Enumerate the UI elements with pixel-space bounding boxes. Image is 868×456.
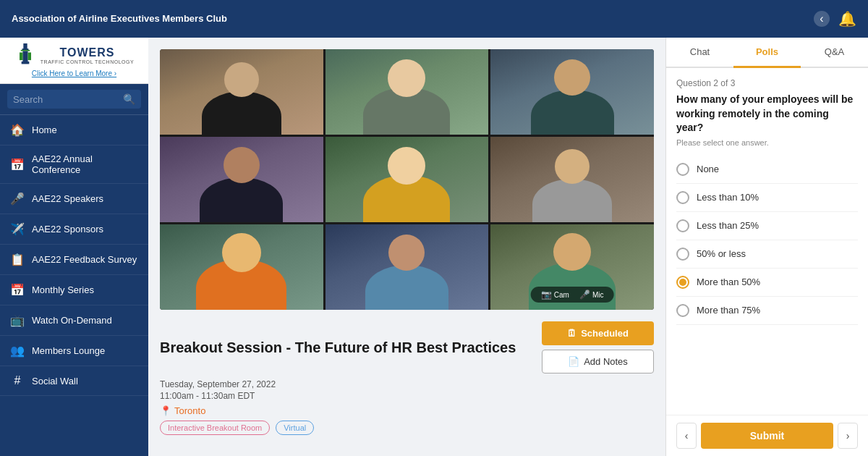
svg-rect-6 — [27, 52, 30, 60]
sidebar-item-annual-conf[interactable]: 📅 AAE22 Annual Conference — [0, 145, 148, 184]
sidebar-item-label: Members Lounge — [32, 345, 105, 356]
people-icon: 👥 — [10, 344, 25, 358]
sponsor-brand: TOWERS TRAFFIC CONTROL TECHNOLOGY — [41, 46, 134, 64]
sidebar-item-watch-on-demand[interactable]: 📺 Watch On-Demand — [0, 305, 148, 336]
sidebar-item-label: AAE22 Annual Conference — [32, 153, 138, 175]
content-area: 📷 Cam 🎤 Mic Breakout Session - The Futur… — [148, 38, 665, 456]
sidebar-item-label: Home — [32, 124, 57, 135]
tv-icon: 📺 — [10, 313, 25, 327]
radio-lt25 — [676, 219, 689, 232]
sidebar-item-speakers[interactable]: 🎤 AAE22 Speakers — [0, 184, 148, 214]
video-cell-4 — [160, 137, 323, 222]
prev-question-button[interactable]: ‹ — [676, 423, 697, 449]
video-cell-7 — [160, 224, 323, 310]
sponsor-banner: TOWERS TRAFFIC CONTROL TECHNOLOGY Click … — [0, 38, 148, 84]
main-layout: TOWERS TRAFFIC CONTROL TECHNOLOGY Click … — [0, 38, 868, 456]
poll-content: Question 2 of 3 How many of your employe… — [666, 68, 868, 415]
clipboard-icon: 📋 — [10, 253, 25, 266]
radio-50orless — [676, 248, 689, 261]
poll-option-gt50-label: More than 50% — [697, 276, 760, 287]
video-grid: 📷 Cam 🎤 Mic — [160, 49, 654, 310]
calendar-icon: 📅 — [10, 158, 25, 172]
sidebar-item-label: AAE22 Sponsors — [32, 224, 103, 235]
sidebar-item-label: AAE22 Feedback Survey — [32, 254, 137, 265]
sponsor-subtitle: TRAFFIC CONTROL TECHNOLOGY — [41, 59, 134, 64]
sponsor-logo: TOWERS TRAFFIC CONTROL TECHNOLOGY — [7, 43, 141, 67]
tab-qa[interactable]: Q&A — [801, 38, 868, 68]
poll-option-50orless[interactable]: 50% or less — [676, 240, 858, 269]
tab-polls[interactable]: Polls — [733, 38, 801, 68]
cam-control[interactable]: 📷 Cam — [541, 290, 569, 300]
sidebar-item-label: Watch On-Demand — [32, 315, 112, 326]
sidebar-item-members-lounge[interactable]: 👥 Members Lounge — [0, 336, 148, 366]
sidebar: TOWERS TRAFFIC CONTROL TECHNOLOGY Click … — [0, 38, 148, 456]
poll-option-lt10[interactable]: Less than 10% — [676, 184, 858, 212]
poll-question-text: How many of your employees will be worki… — [676, 93, 858, 135]
sidebar-item-home[interactable]: 🏠 Home — [0, 115, 148, 145]
session-date: Tuesday, September 27, 2022 — [160, 379, 654, 389]
search-container: 🔍 — [0, 84, 148, 115]
svg-rect-3 — [22, 51, 27, 63]
poll-option-lt25-label: Less than 25% — [697, 220, 759, 231]
radio-gt75 — [676, 304, 689, 317]
sidebar-item-social-wall[interactable]: # Social Wall — [0, 366, 148, 396]
poll-question-num: Question 2 of 3 — [676, 78, 858, 88]
video-cell-1 — [160, 49, 323, 135]
video-cell-2 — [326, 49, 489, 135]
bell-icon[interactable]: 🔔 — [838, 10, 856, 28]
sidebar-item-label: Monthly Series — [32, 284, 94, 295]
location-pin-icon: 📍 — [160, 405, 171, 416]
session-tags: Interactive Breakout Room Virtual — [160, 421, 654, 435]
calendar-check-icon: 🗓 — [567, 328, 576, 339]
video-cell-9: 📷 Cam 🎤 Mic — [490, 224, 654, 310]
session-location: 📍 Toronto — [160, 405, 654, 416]
poll-option-lt10-label: Less than 10% — [697, 192, 759, 203]
panel-footer: ‹ Submit › — [666, 415, 868, 456]
poll-option-gt75[interactable]: More than 75% — [676, 297, 858, 325]
sidebar-item-label: AAE22 Speakers — [32, 193, 103, 204]
next-question-button[interactable]: › — [838, 423, 858, 449]
scheduled-button[interactable]: 🗓 Scheduled — [542, 321, 654, 345]
video-cell-3 — [490, 49, 654, 135]
tab-chat[interactable]: Chat — [666, 38, 733, 68]
tag-virtual[interactable]: Virtual — [276, 421, 314, 435]
add-notes-button[interactable]: 📄 Add Notes — [542, 350, 654, 373]
hashtag-icon: # — [10, 374, 25, 387]
poll-option-none[interactable]: None — [676, 156, 858, 184]
video-cell-5 — [326, 137, 489, 222]
svg-rect-5 — [20, 52, 22, 60]
submit-poll-button[interactable]: Submit — [701, 423, 833, 449]
collapse-icon[interactable]: ‹ — [814, 11, 830, 27]
search-box: 🔍 — [7, 90, 141, 109]
poll-option-lt25[interactable]: Less than 25% — [676, 212, 858, 240]
sidebar-item-feedback[interactable]: 📋 AAE22 Feedback Survey — [0, 245, 148, 275]
session-buttons: 🗓 Scheduled 📄 Add Notes — [542, 321, 654, 373]
notes-icon: 📄 — [568, 356, 579, 367]
plane-icon: ✈️ — [10, 222, 25, 236]
header-icons: ‹ 🔔 — [814, 10, 856, 28]
session-title: Breakout Session - The Future of HR Best… — [160, 339, 516, 356]
right-panel: Chat Polls Q&A Question 2 of 3 How many … — [665, 38, 868, 456]
mic-icon: 🎤 — [579, 290, 590, 300]
sponsor-tower-icon — [14, 43, 36, 67]
sidebar-item-label: Social Wall — [32, 376, 78, 387]
org-name: Association of Airline Executives Member… — [12, 13, 227, 25]
poll-option-50orless-label: 50% or less — [697, 248, 746, 259]
poll-option-gt50[interactable]: More than 50% — [676, 269, 858, 297]
mic-control[interactable]: 🎤 Mic — [579, 290, 604, 300]
search-input[interactable] — [13, 94, 119, 105]
tag-breakout-room[interactable]: Interactive Breakout Room — [160, 421, 270, 435]
svg-rect-2 — [21, 50, 30, 51]
sponsor-link[interactable]: Click Here to Learn More › — [7, 69, 141, 77]
top-header: Association of Airline Executives Member… — [0, 0, 868, 38]
sidebar-nav: 🏠 Home 📅 AAE22 Annual Conference 🎤 AAE22… — [0, 115, 148, 396]
sponsor-name: TOWERS — [41, 46, 134, 59]
cam-label: Cam — [554, 291, 569, 299]
calendar2-icon: 📅 — [10, 283, 25, 297]
session-title-row: Breakout Session - The Future of HR Best… — [160, 321, 654, 373]
sidebar-item-sponsors[interactable]: ✈️ AAE22 Sponsors — [0, 214, 148, 245]
search-icon[interactable]: 🔍 — [123, 93, 135, 105]
sidebar-item-monthly-series[interactable]: 📅 Monthly Series — [0, 275, 148, 305]
mic-label: Mic — [592, 291, 604, 299]
svg-rect-4 — [22, 62, 30, 64]
